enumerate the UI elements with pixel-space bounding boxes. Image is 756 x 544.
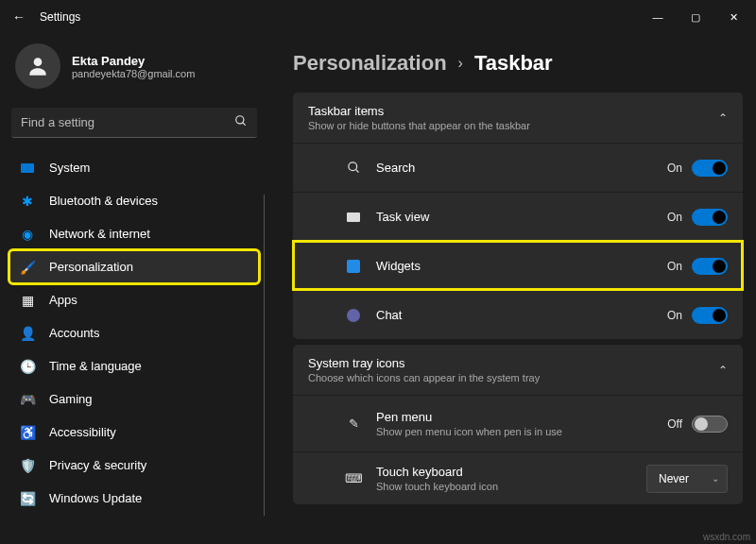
sidebar-scrollbar[interactable] — [264, 195, 265, 516]
row-label: Chat — [376, 308, 402, 322]
accounts-icon: 👤 — [19, 325, 36, 342]
toggle-state: Off — [667, 417, 682, 431]
keyboard-icon: ⌨ — [344, 471, 363, 485]
svg-point-3 — [348, 162, 356, 171]
toggle-widgets[interactable] — [692, 258, 728, 275]
search-icon — [344, 161, 363, 175]
search-icon — [234, 114, 248, 130]
system-tray-header[interactable]: System tray icons Choose which icons can… — [293, 345, 743, 395]
chat-icon — [344, 309, 363, 322]
watermark: wsxdn.com — [703, 532, 750, 542]
back-button[interactable]: ← — [4, 9, 34, 25]
row-sublabel: Show touch keyboard icon — [376, 481, 498, 492]
chevron-up-icon: ⌃ — [718, 364, 728, 377]
nav-system[interactable]: System — [9, 151, 259, 184]
person-icon — [26, 54, 50, 78]
system-tray-card: System tray icons Choose which icons can… — [293, 345, 743, 504]
row-label: Touch keyboard — [376, 465, 498, 479]
nav-privacy[interactable]: 🛡️Privacy & security — [9, 449, 259, 482]
toggle-taskview[interactable] — [692, 209, 728, 226]
nav-time[interactable]: 🕒Time & language — [9, 349, 259, 382]
dropdown-value: Never — [659, 472, 689, 485]
breadcrumb: Personalization › Taskbar — [293, 34, 743, 93]
toggle-state: On — [667, 309, 682, 322]
row-label: Pen menu — [376, 410, 562, 424]
touch-keyboard-dropdown[interactable]: Never ⌄ — [646, 465, 728, 493]
gaming-icon: 🎮 — [19, 391, 36, 408]
accessibility-icon: ♿ — [19, 424, 36, 441]
toggle-chat[interactable] — [692, 307, 728, 324]
user-name: Ekta Pandey — [72, 54, 195, 68]
nav-bluetooth[interactable]: ✱Bluetooth & devices — [9, 184, 259, 217]
nav-apps[interactable]: ▦Apps — [9, 283, 259, 316]
toggle-state: On — [667, 211, 682, 224]
main-panel: Personalization › Taskbar Taskbar items … — [265, 34, 756, 544]
toggle-state: On — [667, 260, 682, 273]
system-icon — [19, 160, 36, 177]
row-chat[interactable]: Chat On — [293, 290, 743, 339]
chevron-up-icon: ⌃ — [718, 111, 728, 125]
sidebar: Ekta Pandey pandeyekta78@gmail.com Syste… — [0, 34, 265, 544]
nav-network[interactable]: ◉Network & internet — [9, 217, 259, 250]
apps-icon: ▦ — [19, 292, 36, 309]
close-button[interactable]: ✕ — [714, 2, 752, 32]
toggle-search[interactable] — [692, 160, 728, 177]
update-icon: 🔄 — [19, 490, 36, 507]
titlebar: ← Settings — ▢ ✕ — [0, 0, 756, 34]
avatar — [15, 43, 60, 89]
minimize-button[interactable]: — — [639, 2, 677, 32]
row-sublabel: Show pen menu icon when pen is in use — [376, 426, 562, 437]
crumb-current: Taskbar — [474, 51, 553, 76]
row-label: Search — [376, 161, 415, 175]
row-pen-menu[interactable]: ✎ Pen menu Show pen menu icon when pen i… — [293, 395, 743, 451]
section-title: System tray icons — [308, 356, 540, 370]
nav-gaming[interactable]: 🎮Gaming — [9, 382, 259, 416]
search-input[interactable] — [21, 115, 234, 129]
svg-line-2 — [243, 123, 246, 126]
maximize-button[interactable]: ▢ — [677, 2, 714, 32]
wifi-icon: ◉ — [19, 226, 36, 243]
chevron-down-icon: ⌄ — [712, 473, 719, 484]
taskbar-items-card: Taskbar items Show or hide buttons that … — [293, 93, 743, 339]
user-profile[interactable]: Ekta Pandey pandeyekta78@gmail.com — [9, 34, 259, 104]
user-email: pandeyekta78@gmail.com — [72, 68, 195, 79]
row-widgets[interactable]: Widgets On — [293, 241, 743, 290]
nav-accounts[interactable]: 👤Accounts — [9, 316, 259, 349]
crumb-parent[interactable]: Personalization — [293, 51, 447, 76]
section-subtitle: Show or hide buttons that appear on the … — [308, 120, 530, 131]
personalization-icon: 🖌️ — [19, 259, 36, 276]
section-title: Taskbar items — [308, 104, 530, 118]
nav-update[interactable]: 🔄Windows Update — [9, 482, 259, 515]
nav-accessibility[interactable]: ♿Accessibility — [9, 416, 259, 449]
row-label: Widgets — [376, 259, 421, 273]
row-taskview[interactable]: Task view On — [293, 192, 743, 241]
toggle-pen[interactable] — [692, 416, 728, 433]
window-title: Settings — [40, 10, 80, 24]
toggle-state: On — [667, 162, 682, 175]
bluetooth-icon: ✱ — [19, 193, 36, 210]
time-icon: 🕒 — [19, 358, 36, 375]
nav-personalization[interactable]: 🖌️Personalization — [9, 250, 259, 283]
privacy-icon: 🛡️ — [19, 457, 36, 474]
svg-point-0 — [34, 58, 43, 66]
row-label: Task view — [376, 210, 429, 224]
svg-line-4 — [355, 169, 358, 172]
chevron-right-icon: › — [458, 55, 463, 72]
taskbar-items-header[interactable]: Taskbar items Show or hide buttons that … — [293, 93, 743, 143]
nav-list: System ✱Bluetooth & devices ◉Network & i… — [9, 151, 259, 515]
search-box[interactable] — [11, 108, 257, 138]
row-search[interactable]: Search On — [293, 143, 743, 192]
window-controls: — ▢ ✕ — [639, 2, 752, 32]
section-subtitle: Choose which icons can appear in the sys… — [308, 372, 540, 383]
row-touch-keyboard[interactable]: ⌨ Touch keyboard Show touch keyboard ico… — [293, 451, 743, 504]
widgets-icon — [344, 260, 363, 273]
taskview-icon — [344, 212, 363, 222]
pen-icon: ✎ — [344, 416, 363, 431]
svg-point-1 — [236, 116, 244, 124]
